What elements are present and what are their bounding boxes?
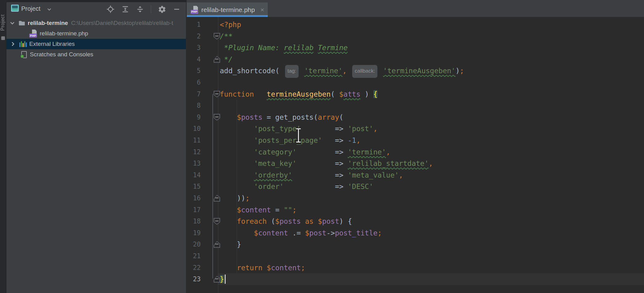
- fold-marker[interactable]: [214, 218, 220, 225]
- line-number: 1: [187, 19, 201, 30]
- chevron-collapsed-icon[interactable]: [10, 41, 16, 47]
- tool-window-stripe: Project: [0, 0, 6, 293]
- line-number: 16: [187, 192, 201, 204]
- toolbar-separator: [151, 5, 151, 13]
- fold-marker[interactable]: [214, 114, 220, 121]
- php-file-icon: PHP: [191, 6, 199, 14]
- code-line: 'order' => 'DESC': [220, 181, 373, 192]
- tree-row-external-libraries[interactable]: External Libraries: [6, 39, 186, 49]
- code-line: add_shortcode( tag: 'termine', callback:…: [220, 65, 464, 77]
- fold-marker[interactable]: [214, 33, 220, 40]
- project-root-label: relilab-termine: [28, 20, 68, 26]
- tree-row-php-file[interactable]: PHP relilab-termine.php: [6, 28, 186, 39]
- code-line: 'category' => 'termine',: [220, 146, 390, 158]
- scratches-label: Scratches and Consoles: [30, 51, 93, 58]
- code-line: /**: [220, 30, 233, 42]
- locate-icon[interactable]: [107, 5, 115, 13]
- mouse-ibeam-cursor: [296, 128, 301, 142]
- code-line: }: [220, 273, 224, 285]
- line-number: 14: [187, 169, 201, 181]
- code-line: foreach ($posts as $post) {: [220, 215, 352, 227]
- parameter-hint-chip: tag:: [285, 65, 299, 78]
- code-line: 'posts_per_page' => -1,: [220, 134, 360, 146]
- line-number: 6: [187, 77, 201, 88]
- external-libraries-icon: [19, 40, 27, 48]
- main-area: PHP relilab-termine.php × 12345678910111…: [187, 0, 644, 293]
- line-number: 3: [187, 42, 201, 54]
- code-lines: <?php/** *Plugin Name: relilab Termine *…: [220, 17, 644, 293]
- php-file-label: relilab-termine.php: [40, 30, 88, 37]
- project-panel-header: Project: [6, 2, 186, 17]
- code-line: 'meta_key' => 'relilab_startdate',: [220, 158, 433, 169]
- code-line: 'orderby' => 'meta_value',: [220, 169, 403, 181]
- chevron-expanded-icon[interactable]: [10, 20, 15, 26]
- code-line: $posts = get_posts(array(: [220, 111, 344, 123]
- fold-marker[interactable]: [214, 195, 220, 202]
- line-number: 13: [187, 158, 201, 169]
- external-libraries-label: External Libraries: [29, 41, 75, 47]
- line-number: 12: [187, 146, 201, 158]
- line-number: 22: [187, 262, 201, 274]
- project-root-path: C:\Users\Daniel\Desktop\relilab\relilab-…: [71, 20, 173, 26]
- code-line: $content = "";: [220, 204, 296, 216]
- line-number: 2: [187, 30, 201, 42]
- tree-row-project-root[interactable]: relilab-termine C:\Users\Daniel\Desktop\…: [6, 18, 186, 28]
- code-line: }: [220, 239, 241, 250]
- tab-label: relilab-termine.php: [201, 6, 255, 14]
- fold-marker[interactable]: [214, 91, 220, 98]
- editor-tab-bar: PHP relilab-termine.php ×: [187, 0, 644, 17]
- line-number: 15: [187, 181, 201, 192]
- project-panel: Project: [6, 2, 187, 293]
- folder-icon: [18, 19, 26, 27]
- line-number: 7: [187, 88, 201, 100]
- line-number: 17: [187, 204, 201, 216]
- project-panel-title[interactable]: Project: [21, 5, 40, 12]
- hide-panel-icon[interactable]: [173, 6, 180, 13]
- code-editor[interactable]: 1234567891011121314151617181920212223 <?…: [187, 17, 644, 293]
- code-line: <?php: [220, 19, 241, 30]
- line-number: 10: [187, 123, 201, 134]
- stripe-tool-icon[interactable]: [1, 36, 5, 40]
- expand-collapse-icon[interactable]: [136, 5, 144, 13]
- line-number: 11: [187, 134, 201, 146]
- php-file-icon: PHP: [29, 30, 37, 38]
- fold-marker[interactable]: [214, 276, 220, 283]
- tree-row-scratches[interactable]: Scratches and Consoles: [6, 49, 186, 60]
- fold-scope-line: [212, 94, 213, 279]
- line-number: 8: [187, 100, 201, 111]
- line-number: 20: [187, 239, 201, 250]
- code-line: $content .= $post->post_title;: [220, 227, 382, 239]
- scratches-icon: [20, 51, 27, 58]
- code-line: *Plugin Name: relilab Termine: [220, 42, 348, 54]
- close-tab-icon[interactable]: ×: [260, 6, 264, 13]
- line-number: 9: [187, 111, 201, 123]
- chevron-down-icon[interactable]: [47, 8, 51, 11]
- line-number: 18: [187, 215, 201, 227]
- line-number: 5: [187, 65, 201, 77]
- line-number: 4: [187, 54, 201, 65]
- code-line: return $content;: [220, 262, 305, 274]
- line-number: 19: [187, 227, 201, 239]
- line-number: 23: [187, 273, 201, 285]
- collapse-all-icon[interactable]: [121, 5, 129, 13]
- fold-marker[interactable]: [214, 56, 220, 63]
- line-number: 21: [187, 250, 201, 262]
- settings-gear-icon[interactable]: [158, 5, 166, 14]
- code-line: */: [220, 54, 233, 65]
- ide-window: Project Project: [0, 0, 644, 293]
- tab-relilab-termine-php[interactable]: PHP relilab-termine.php ×: [187, 2, 268, 17]
- code-line: function termineAusgeben( $atts ) {: [220, 88, 377, 100]
- text-caret: [225, 275, 226, 284]
- parameter-hint-chip: callback:: [352, 65, 377, 78]
- fold-marker[interactable]: [214, 241, 220, 248]
- stripe-project-button[interactable]: Project: [0, 6, 6, 39]
- code-line: ));: [220, 192, 250, 204]
- project-tool-window-icon: [11, 5, 19, 12]
